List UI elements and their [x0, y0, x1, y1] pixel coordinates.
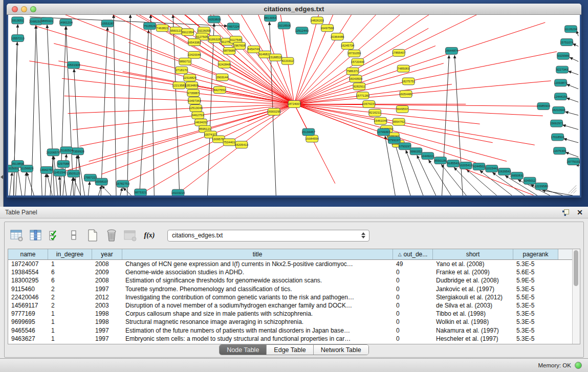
graph-edge[interactable]	[35, 26, 182, 70]
table-row[interactable]: 1830029562008Estimation of significance …	[8, 276, 572, 285]
table-cell[interactable]: 0	[393, 318, 433, 326]
graph-node[interactable]: 7986372	[346, 68, 359, 75]
table-cell[interactable]: 9463627	[8, 335, 48, 343]
graph-node[interactable]: 15134457	[302, 128, 315, 136]
table-cell[interactable]: 18724007	[8, 260, 48, 268]
graph-edge[interactable]	[565, 112, 578, 115]
graph-edge[interactable]	[294, 53, 354, 104]
table-cell[interactable]: 0	[393, 335, 433, 343]
graph-node[interactable]: 13505125	[67, 170, 80, 177]
graph-edge[interactable]	[417, 156, 436, 195]
graph-node[interactable]: 15188520	[269, 54, 282, 61]
graph-node[interactable]: 17855407	[392, 49, 405, 56]
table-cell[interactable]: Dudbridge et al. (2008)	[433, 276, 513, 285]
graph-edge[interactable]	[150, 15, 154, 195]
table-cell[interactable]: 2	[48, 301, 92, 310]
graph-edge[interactable]	[64, 96, 194, 101]
graph-node[interactable]: 11675309	[553, 147, 567, 155]
graph-edge[interactable]	[59, 177, 60, 195]
close-window-icon[interactable]	[12, 6, 18, 12]
graph-edge[interactable]	[102, 186, 111, 195]
graph-edge[interactable]	[140, 30, 149, 195]
table-cell[interactable]: Genome-wide association studies in ADHD.	[122, 268, 393, 276]
graph-edge[interactable]	[399, 15, 535, 53]
graph-node[interactable]: 18731059	[347, 50, 361, 57]
collapsed-side-panel[interactable]	[0, 0, 4, 207]
graph-edge[interactable]	[173, 15, 180, 195]
graph-node[interactable]: 14103214	[171, 189, 185, 195]
graph-node[interactable]: 15720440	[351, 58, 365, 65]
graph-edge[interactable]	[312, 139, 335, 184]
table-cell[interactable]: 19384554	[8, 268, 48, 276]
graph-node[interactable]: 10205413	[459, 162, 473, 169]
table-cell[interactable]: 1	[48, 260, 92, 268]
table-cell[interactable]: 1997	[92, 326, 122, 335]
graph-node[interactable]: 16644874	[445, 47, 459, 54]
graph-node[interactable]: 9875321	[135, 189, 147, 195]
graph-edge[interactable]	[347, 15, 417, 46]
graph-edge[interactable]	[45, 174, 46, 195]
function-builder-button[interactable]: f(x)	[142, 228, 157, 243]
graph-node[interactable]: 3313051	[12, 17, 24, 24]
table-cell[interactable]: 5.5E-5	[513, 293, 558, 301]
table-select[interactable]: citations_edges.txt	[167, 230, 369, 242]
table-cell[interactable]: 2	[48, 293, 92, 301]
graph-node[interactable]: 10553287	[101, 20, 114, 27]
graph-node[interactable]: 15751074	[560, 39, 574, 46]
table-cell[interactable]: Estimation of the future numbers of pati…	[122, 326, 393, 335]
table-cell[interactable]: 2	[48, 285, 92, 293]
graph-edge[interactable]	[14, 42, 17, 195]
table-cell[interactable]: 5.6E-5	[513, 268, 558, 276]
graph-edge[interactable]	[196, 104, 294, 108]
tab-node-table[interactable]: Node Table	[220, 345, 267, 355]
graph-node[interactable]: 8590139	[434, 157, 447, 164]
table-cell[interactable]: 0	[393, 276, 433, 285]
graph-node[interactable]: 9185543	[447, 160, 459, 167]
graph-edge[interactable]	[570, 57, 578, 61]
table-cell[interactable]: Wolkin et al. (1998)	[433, 318, 513, 326]
table-cell[interactable]: 5.3E-5	[513, 301, 558, 310]
graph-node[interactable]: 11516829	[183, 74, 197, 81]
graph-node[interactable]: 16958107	[95, 178, 108, 185]
graph-edge[interactable]	[79, 122, 201, 146]
table-cell[interactable]: Yano et al. (2008)	[433, 260, 513, 268]
graph-node[interactable]: 12213583	[172, 82, 186, 89]
table-cell[interactable]: 0	[393, 285, 433, 293]
graph-node[interactable]: 15461045	[374, 117, 387, 124]
table-row[interactable]: 2242004622012Investigating the contribut…	[8, 293, 572, 301]
graph-edge[interactable]	[294, 94, 406, 104]
graph-node[interactable]: 9245012	[524, 177, 536, 184]
graph-edge[interactable]	[219, 104, 294, 139]
table-cell[interactable]: Disruption of a novel member of a sodium…	[122, 301, 393, 310]
graph-node[interactable]: 8799197	[388, 137, 400, 144]
graph-edge[interactable]	[454, 167, 482, 195]
canvas-resize-grip-icon[interactable]	[573, 190, 576, 193]
graph-node[interactable]: 11126234	[564, 26, 578, 33]
table-cell[interactable]: 1	[48, 326, 92, 335]
graph-edge[interactable]	[403, 23, 545, 69]
graph-node[interactable]: 9329966	[557, 52, 570, 59]
graph-edge[interactable]	[60, 104, 294, 173]
table-cell[interactable]: 1	[48, 310, 92, 318]
table-cell[interactable]: Structural magnetic resonance image aver…	[122, 318, 393, 326]
table-cell[interactable]: 5.3E-5	[513, 318, 558, 326]
graph-edge[interactable]	[18, 168, 22, 195]
table-cell[interactable]: 9465546	[8, 326, 48, 335]
graph-hub-node[interactable]: 18724007	[288, 101, 301, 108]
graph-node[interactable]: 9227343	[556, 66, 569, 73]
graph-edge[interactable]	[27, 172, 34, 195]
graph-edge[interactable]	[73, 115, 198, 129]
graph-node[interactable]: 22420046	[187, 51, 201, 58]
table-cell[interactable]: 2003	[92, 301, 122, 310]
table-row[interactable]: 946362711997Embryonic stem cells: a mode…	[8, 335, 572, 343]
graph-edge[interactable]	[454, 55, 463, 195]
graph-edge[interactable]	[467, 169, 497, 195]
graph-node[interactable]: 16782753	[116, 180, 130, 187]
graph-node[interactable]: 9242848	[218, 61, 230, 68]
graph-node[interactable]: 10749397	[377, 128, 390, 136]
delete-table-button[interactable]	[104, 228, 119, 243]
graph-edge[interactable]	[71, 178, 73, 195]
graph-node[interactable]: 18275751	[402, 78, 416, 85]
close-panel-icon[interactable]: ✕	[577, 209, 583, 216]
table-row[interactable]: 969969511998Structural magnetic resonanc…	[8, 318, 572, 326]
